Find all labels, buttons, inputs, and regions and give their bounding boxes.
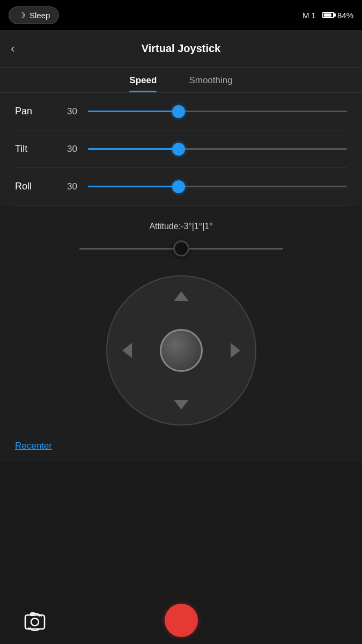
status-bar: ☽ Sleep M 1 84% bbox=[0, 0, 362, 30]
tab-speed[interactable]: Speed bbox=[129, 75, 157, 92]
svg-point-1 bbox=[31, 618, 39, 626]
camera-switch-svg bbox=[23, 609, 47, 632]
roll-label: Roll bbox=[15, 181, 47, 192]
battery-label: 84% bbox=[337, 11, 353, 20]
camera-switch-icon[interactable] bbox=[21, 607, 48, 634]
sleep-label: Sleep bbox=[29, 11, 50, 20]
signal-label: M 1 bbox=[302, 11, 316, 20]
battery-display: 84% bbox=[322, 11, 353, 20]
tilt-label: Tilt bbox=[15, 143, 47, 155]
battery-icon bbox=[322, 12, 334, 18]
svg-rect-0 bbox=[25, 615, 45, 629]
pan-row: Pan 30 bbox=[15, 93, 347, 130]
roll-slider-thumb[interactable] bbox=[172, 180, 185, 193]
roll-slider-track bbox=[88, 186, 347, 187]
roll-slider-fill bbox=[88, 186, 179, 187]
tilt-slider-thumb[interactable] bbox=[172, 143, 185, 156]
sliders-section: Pan 30 Tilt 30 Roll 30 bbox=[0, 93, 362, 206]
attitude-label: Attitude:-3°|1°|1° bbox=[149, 222, 212, 231]
pan-slider-track bbox=[88, 111, 347, 112]
tab-smoothing[interactable]: Smoothing bbox=[189, 75, 232, 92]
back-button[interactable]: ‹ bbox=[11, 42, 14, 56]
main-content: Attitude:-3°|1°|1° Recenter bbox=[0, 206, 362, 462]
joystick-outer[interactable] bbox=[106, 275, 256, 426]
header: ‹ Virtual Joystick bbox=[0, 30, 362, 68]
sleep-button[interactable]: ☽ Sleep bbox=[9, 6, 59, 24]
pan-slider-fill bbox=[88, 111, 179, 112]
tilt-slider-track bbox=[88, 148, 347, 150]
roll-slider-container bbox=[88, 181, 347, 192]
pan-label: Pan bbox=[15, 106, 47, 117]
joystick-section bbox=[0, 265, 362, 436]
bottom-bar bbox=[0, 596, 362, 644]
arrow-right-icon bbox=[231, 343, 240, 358]
arrow-up-icon bbox=[174, 291, 189, 301]
pan-value: 30 bbox=[58, 106, 77, 117]
tilt-slider-container bbox=[88, 144, 347, 155]
arrow-down-icon bbox=[174, 400, 189, 409]
tilt-row: Tilt 30 bbox=[15, 130, 347, 168]
moon-icon: ☽ bbox=[18, 10, 25, 20]
tabs-bar: Speed Smoothing bbox=[0, 68, 362, 93]
roll-value: 30 bbox=[58, 181, 77, 192]
roll-row: Roll 30 bbox=[15, 168, 347, 206]
status-right: M 1 84% bbox=[302, 11, 353, 20]
attitude-slider-container bbox=[79, 243, 283, 254]
arrow-left-icon bbox=[122, 343, 132, 358]
pan-slider-container bbox=[88, 106, 347, 117]
tilt-value: 30 bbox=[58, 144, 77, 155]
recenter-section: Recenter bbox=[0, 436, 362, 462]
record-button[interactable] bbox=[165, 604, 198, 637]
recenter-button[interactable]: Recenter bbox=[15, 441, 52, 451]
tilt-slider-fill bbox=[88, 148, 179, 150]
attitude-slider-thumb[interactable] bbox=[173, 240, 189, 257]
pan-slider-thumb[interactable] bbox=[172, 105, 185, 118]
joystick-center[interactable] bbox=[160, 329, 203, 372]
battery-fill bbox=[324, 13, 331, 17]
attitude-section: Attitude:-3°|1°|1° bbox=[0, 206, 362, 265]
page-title: Virtual Joystick bbox=[142, 42, 220, 55]
